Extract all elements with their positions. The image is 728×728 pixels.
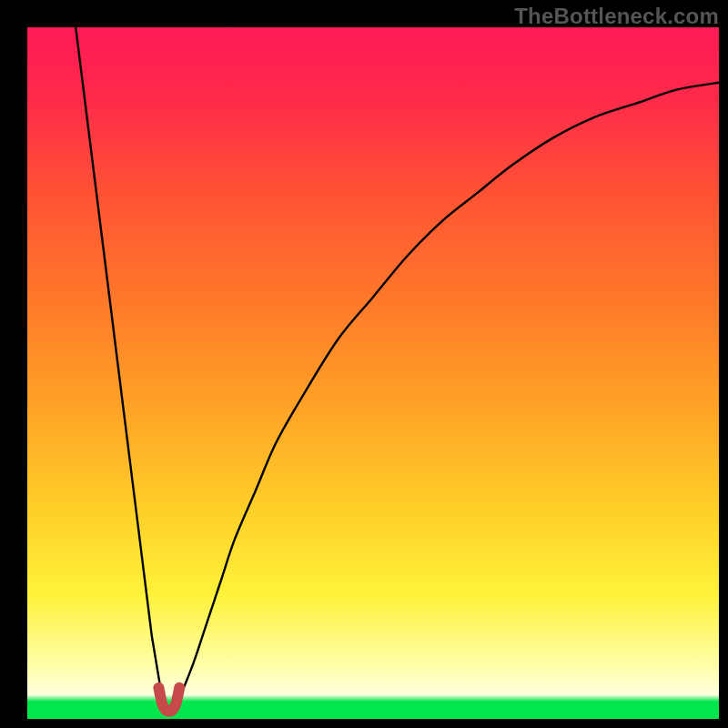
curve-cusp-segment bbox=[158, 688, 179, 712]
curve-left-branch bbox=[76, 27, 162, 698]
plot-area bbox=[27, 27, 719, 719]
curve-right-branch bbox=[179, 83, 719, 698]
watermark-label: TheBottleneck.com bbox=[514, 4, 719, 29]
curve-layer bbox=[27, 27, 719, 719]
chart-frame: TheBottleneck.com bbox=[0, 0, 728, 728]
